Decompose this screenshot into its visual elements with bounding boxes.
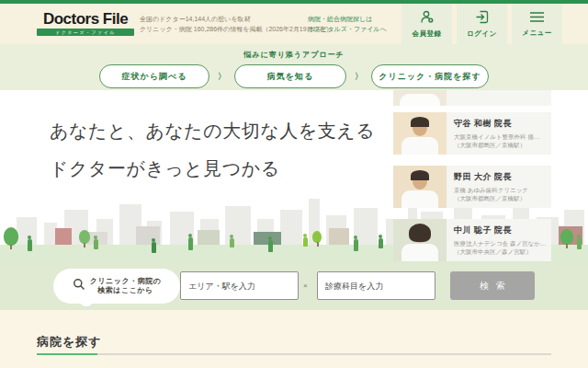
doctor-info: 中川 聡子 院長 医療法人ナデシコ会 森ノ宮なか… （大阪市中央区／森ノ宮駅） [447,219,546,261]
doctor-clinic: 京橋 あゆみ歯科クリニック [454,186,528,194]
search-prompt-text: クリニック・病院の 検索はここから [90,277,162,295]
doctor-photo [393,166,447,208]
doctor-info: 野田 大介 院長 京橋 あゆみ歯科クリニック （大阪市都島区／京橋駅） [447,166,528,208]
approach-nav: 悩みに寄り添うアプローチ 症状から調べる 〉 病気を知る 〉 クリニック・病院を… [0,44,588,90]
login-button[interactable]: ログイン [457,4,507,44]
magnifier-icon [73,278,85,294]
doctor-name: 野田 大介 院長 [454,171,528,183]
search-prompt-bubble: クリニック・病院の 検索はここから [53,269,180,304]
doctor-card[interactable]: 野田 大介 院長 京橋 あゆみ歯科クリニック （大阪市都島区／京橋駅） [393,166,551,208]
department-input[interactable] [317,271,435,300]
chevron-right-icon: 〉 [355,71,363,83]
hero: あなたと、あなたの大切な人を支える ドクターがきっと見つかる 守谷 和樹 院長 … [0,90,588,262]
doctor-photo [393,112,447,155]
doctor-name: 守谷 和樹 院長 [454,118,539,130]
doctor-location: （大阪市中央区／森ノ宮駅） [454,247,546,256]
signup-button[interactable]: 会員登録 [401,4,452,44]
search-button[interactable]: 検索 [450,271,535,300]
site-logo[interactable]: Doctors File ドクターズ・ファイル [37,10,134,36]
search-cross-separator: × [303,282,308,290]
hospitals-file-link[interactable]: 病院・総合病院探しは ホスピタルズ・ファイルへ [308,14,387,34]
login-label: ログイン [467,29,497,39]
chevron-right-icon: 〉 [218,71,226,83]
login-icon [475,10,489,28]
logo-subtitle: ドクターズ・ファイル [37,29,134,36]
doctor-clinic: 大阪京橋イノルト整形外科 痛… [454,132,539,141]
section-title-underline [37,353,551,355]
doctor-name: 中川 聡子 院長 [454,224,546,236]
clinic-search-bar: クリニック・病院の 検索はここから × 検索 [0,262,588,310]
doctor-location: （大阪市都島区／京橋駅） [454,141,539,149]
header: Doctors File ドクターズ・ファイル 全国のドクター14,144人の想… [0,4,588,44]
approach-steps: 症状から調べる 〉 病気を知る 〉 クリニック・病院を探す [0,64,588,88]
doctor-photo [393,219,447,261]
search-prompt-line2: 検索はここから [90,286,162,295]
menu-label: メニュー [522,29,552,38]
menu-button[interactable]: メニュー [512,4,562,44]
signup-label: 会員登録 [413,29,442,39]
doctor-photo [393,90,447,106]
hospitals-link-line2: ホスピタルズ・ファイルへ [308,24,387,34]
approach-nav-title: 悩みに寄り添うアプローチ [0,44,588,60]
header-buttons: 会員登録 ログイン メニュー [401,4,562,44]
doctor-clinic: 医療法人ナデシコ会 森ノ宮なか… [454,239,546,247]
find-hospital-section: 病院を探す [0,310,588,368]
doctors-file-homepage: Doctors File ドクターズ・ファイル 全国のドクター14,144人の想… [0,0,588,368]
headline-line2: ドクターがきっと見つかる [50,150,375,188]
step-search-by-symptom[interactable]: 症状から調べる [99,64,209,88]
section-title: 病院を探す [37,334,102,351]
doctor-card[interactable]: 中川 聡子 院長 医療法人ナデシコ会 森ノ宮なか… （大阪市中央区／森ノ宮駅） [393,219,551,261]
hamburger-icon [529,10,545,27]
logo-title: Doctors File [37,10,134,28]
site-tagline: 全国のドクター14,144人の想いを取材 クリニック・病院 160,286件の情… [140,14,333,34]
hero-headline: あなたと、あなたの大切な人を支える ドクターがきっと見つかる [50,112,375,188]
tagline-line2: クリニック・病院 160,286件の情報を掲載（2026年2月19日現在） [140,24,333,34]
tagline-line1: 全国のドクター14,144人の想いを取材 [140,14,333,24]
hospitals-link-line1: 病院・総合病院探しは [308,14,387,24]
doctor-location: （大阪市都島区／京橋駅） [454,194,528,202]
user-plus-icon [420,10,435,28]
doctor-card[interactable]: 守谷 和樹 院長 大阪京橋イノルト整形外科 痛… （大阪市都島区／京橋駅） [393,112,551,155]
headline-line1: あなたと、あなたの大切な人を支える [50,112,375,150]
step-know-disease[interactable]: 病気を知る [234,64,346,88]
step-find-clinic[interactable]: クリニック・病院を探す [371,64,489,88]
search-prompt-line1: クリニック・病院の [90,277,162,286]
area-station-input[interactable] [180,271,299,300]
doctor-card-partial [393,90,551,106]
doctor-info: 守谷 和樹 院長 大阪京橋イノルト整形外科 痛… （大阪市都島区／京橋駅） [447,112,539,155]
